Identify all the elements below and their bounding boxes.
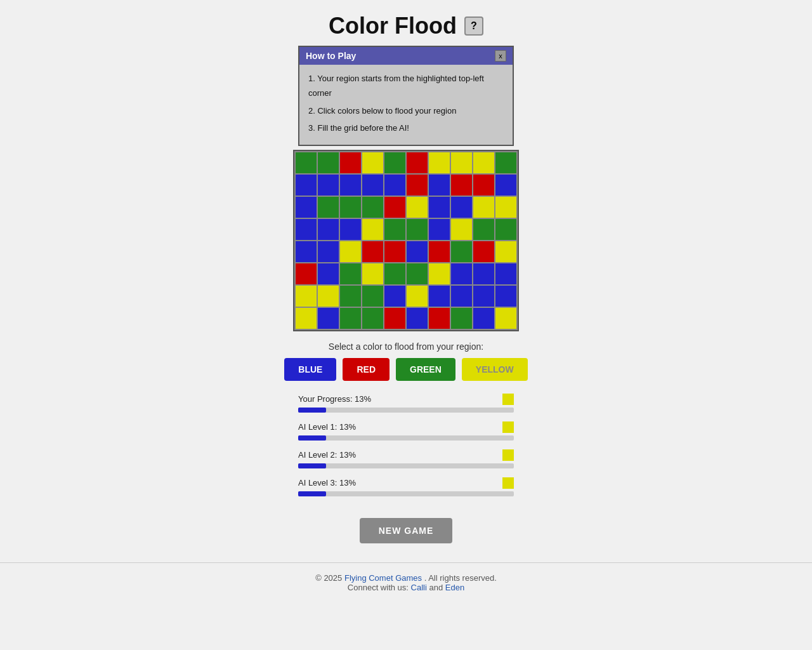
grid-cell bbox=[429, 263, 450, 284]
grid-cell bbox=[362, 197, 383, 218]
grid-cell bbox=[473, 197, 494, 218]
grid-cell bbox=[429, 308, 450, 329]
yellow-button[interactable]: YELLOW bbox=[462, 358, 528, 381]
grid-cell bbox=[429, 241, 450, 262]
grid-cell bbox=[407, 219, 428, 240]
grid-cell bbox=[495, 286, 516, 307]
grid-cell bbox=[296, 175, 317, 196]
grid-cell bbox=[384, 175, 405, 196]
grid-cell bbox=[296, 308, 317, 329]
grid-cell bbox=[296, 197, 317, 218]
grid-cell bbox=[384, 197, 405, 218]
grid-cell bbox=[296, 286, 317, 307]
grid-cell bbox=[429, 219, 450, 240]
page-title: Color Flood bbox=[329, 13, 457, 39]
grid-cell bbox=[384, 241, 405, 262]
grid-cell bbox=[473, 263, 494, 284]
grid-cell bbox=[473, 241, 494, 262]
eden-link[interactable]: Eden bbox=[445, 583, 464, 592]
grid-cell bbox=[340, 241, 361, 262]
progress-track bbox=[298, 408, 514, 413]
footer-copyright-row: © 2025 Flying Comet Games . All rights r… bbox=[10, 573, 802, 583]
select-label: Select a color to flood from your region… bbox=[329, 342, 483, 352]
grid-cell bbox=[318, 219, 339, 240]
grid-cell bbox=[429, 175, 450, 196]
grid-cell bbox=[384, 219, 405, 240]
grid-cell bbox=[429, 197, 450, 218]
grid-cell bbox=[429, 152, 450, 173]
progress-fill bbox=[298, 463, 326, 468]
grid-cell bbox=[362, 263, 383, 284]
progress-row: AI Level 1: 13% bbox=[298, 421, 514, 441]
grid-cell bbox=[384, 286, 405, 307]
progress-row: AI Level 2: 13% bbox=[298, 449, 514, 468]
close-button[interactable]: x bbox=[495, 50, 506, 62]
progress-label-row: AI Level 1: 13% bbox=[298, 421, 514, 433]
page-container: Color Flood ? How to Play x 1. Your regi… bbox=[0, 0, 812, 602]
progress-label-text: Your Progress: 13% bbox=[298, 394, 371, 404]
grid-cell bbox=[340, 219, 361, 240]
progress-label-row: Your Progress: 13% bbox=[298, 394, 514, 405]
progress-color-indicator bbox=[502, 394, 514, 405]
grid-cell bbox=[384, 152, 405, 173]
grid-cell bbox=[407, 197, 428, 218]
progress-color-indicator bbox=[502, 449, 514, 461]
grid-cell bbox=[495, 152, 516, 173]
help-button[interactable]: ? bbox=[464, 17, 483, 36]
grid-cell bbox=[340, 152, 361, 173]
footer-connect-row: Connect with us: Calli and Eden bbox=[10, 583, 802, 592]
grid-cell bbox=[318, 263, 339, 284]
grid-cell bbox=[473, 152, 494, 173]
red-button[interactable]: RED bbox=[343, 358, 390, 381]
progress-color-indicator bbox=[502, 477, 514, 489]
progress-track bbox=[298, 463, 514, 468]
connect-text: Connect with us: bbox=[348, 583, 409, 592]
copyright-text: © 2025 bbox=[315, 573, 342, 583]
grid-cell bbox=[407, 241, 428, 262]
grid-cell bbox=[429, 286, 450, 307]
grid-cell bbox=[340, 308, 361, 329]
grid-cell bbox=[296, 241, 317, 262]
grid-cell bbox=[495, 219, 516, 240]
grid-cell bbox=[362, 219, 383, 240]
grid-cell bbox=[362, 241, 383, 262]
progress-fill bbox=[298, 491, 326, 496]
how-to-play-title: How to Play bbox=[306, 51, 356, 61]
grid-cell bbox=[495, 308, 516, 329]
color-buttons: BLUE RED GREEN YELLOW bbox=[284, 358, 527, 381]
blue-button[interactable]: BLUE bbox=[284, 358, 336, 381]
grid-cell bbox=[495, 175, 516, 196]
new-game-button[interactable]: NEW GAME bbox=[360, 518, 453, 543]
grid-cell bbox=[340, 197, 361, 218]
grid-cell bbox=[362, 175, 383, 196]
rights-text: . All rights reserved. bbox=[424, 573, 497, 583]
green-button[interactable]: GREEN bbox=[396, 358, 455, 381]
grid-cell bbox=[495, 197, 516, 218]
grid-cell bbox=[407, 308, 428, 329]
grid-cell bbox=[296, 219, 317, 240]
grid-cell bbox=[340, 175, 361, 196]
grid-cell bbox=[362, 152, 383, 173]
company-link[interactable]: Flying Comet Games bbox=[344, 573, 422, 583]
progress-row: Your Progress: 13% bbox=[298, 394, 514, 413]
title-row: Color Flood ? bbox=[329, 13, 483, 39]
grid-cell bbox=[318, 175, 339, 196]
game-grid bbox=[293, 150, 519, 331]
grid-cell bbox=[318, 241, 339, 262]
progress-fill bbox=[298, 408, 326, 413]
grid-cell bbox=[451, 175, 472, 196]
and-text: and bbox=[429, 583, 445, 592]
grid-cell bbox=[362, 308, 383, 329]
grid-cell bbox=[296, 263, 317, 284]
progress-label-text: AI Level 2: 13% bbox=[298, 450, 356, 460]
grid-cell bbox=[495, 241, 516, 262]
calli-link[interactable]: Calli bbox=[411, 583, 427, 592]
grid-cell bbox=[473, 286, 494, 307]
grid-cell bbox=[318, 308, 339, 329]
grid-cell bbox=[473, 219, 494, 240]
progress-track bbox=[298, 491, 514, 496]
instruction-3: 3. Fill the grid before the AI! bbox=[308, 121, 504, 135]
progress-label-row: AI Level 3: 13% bbox=[298, 477, 514, 489]
grid-cell bbox=[362, 286, 383, 307]
footer: © 2025 Flying Comet Games . All rights r… bbox=[0, 562, 812, 602]
